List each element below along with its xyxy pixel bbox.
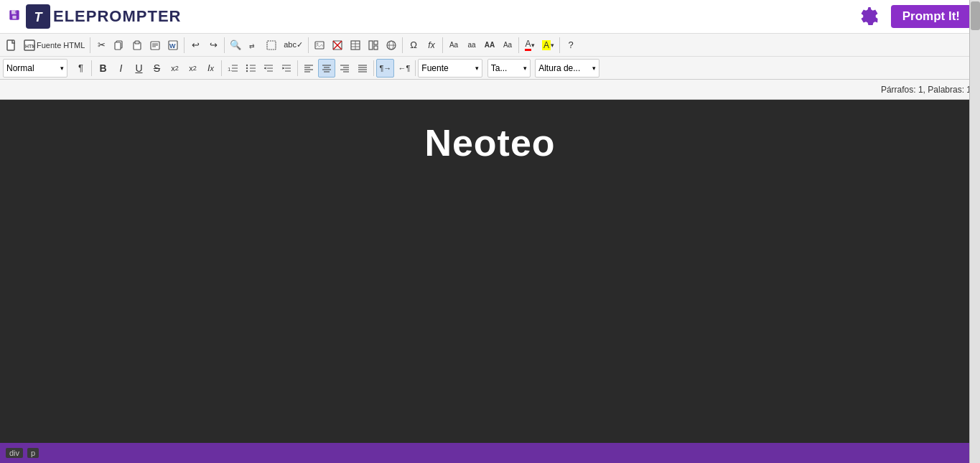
svg-point-22 <box>317 42 319 45</box>
svg-point-42 <box>246 70 248 71</box>
indent-button[interactable] <box>278 59 295 78</box>
header: T ELEPROMPTER Prompt It! <box>0 0 980 34</box>
lineheight-dropdown[interactable]: Altura de... ▾ <box>535 59 599 78</box>
header-right: Prompt It! <box>857 4 971 29</box>
svg-rect-32 <box>374 46 378 50</box>
find-button[interactable]: 🔍 <box>227 36 244 55</box>
brand-logo: T ELEPROMPTER <box>26 4 181 29</box>
svg-rect-31 <box>374 41 378 45</box>
formula-button[interactable]: fx <box>423 36 440 55</box>
selectall-button[interactable] <box>263 36 280 55</box>
lineheight-dropdown-label: Altura de... <box>538 63 580 73</box>
paste-word-button[interactable]: W <box>164 36 182 55</box>
rtl-button[interactable]: ←¶ <box>395 59 413 78</box>
new-doc-button[interactable] <box>3 36 20 55</box>
status-bar: Párrafos: 1, Palabras: 1 <box>0 80 980 100</box>
redo-button[interactable]: ↪ <box>205 36 222 55</box>
justify-button[interactable] <box>354 59 371 78</box>
help-button[interactable]: ? <box>562 36 579 55</box>
iframe-button[interactable] <box>383 36 400 55</box>
sep9 <box>91 60 92 76</box>
editor-area[interactable]: Neoteo <box>0 100 980 444</box>
svg-rect-2 <box>12 16 16 19</box>
sep7 <box>518 37 519 53</box>
italic-button[interactable]: I <box>112 59 129 78</box>
status-text: Párrafos: 1, Palabras: 1 <box>881 85 971 95</box>
align-left-button[interactable] <box>300 59 317 78</box>
special-char-button[interactable]: Ω <box>405 36 422 55</box>
font-dropdown-arrow: ▾ <box>475 65 479 72</box>
outdent-button[interactable] <box>260 59 277 78</box>
ol-button[interactable]: 1. <box>224 59 241 78</box>
brand-name-text: ELEPROMPTER <box>53 7 181 26</box>
layout-button[interactable] <box>365 36 382 55</box>
font-dropdown[interactable]: Fuente ▾ <box>418 59 482 78</box>
font-color-button[interactable]: A▾ <box>521 36 538 55</box>
scrollbar-right[interactable] <box>969 0 980 444</box>
lineheight-dropdown-arrow: ▾ <box>592 65 596 72</box>
undo-button[interactable]: ↩ <box>187 36 204 55</box>
underline-button[interactable]: U <box>130 59 147 78</box>
paragraph-mark-button[interactable]: ¶ <box>72 59 89 78</box>
html-source-button[interactable]: HTML Fuente HTML <box>21 36 88 55</box>
strike-button[interactable]: S <box>148 59 165 78</box>
ul-button[interactable] <box>242 59 259 78</box>
sep4 <box>308 37 309 53</box>
sep1 <box>90 37 90 53</box>
ltr-button[interactable]: ¶→ <box>376 59 394 78</box>
cut-button[interactable]: ✂ <box>93 36 110 55</box>
prompt-it-button[interactable]: Prompt It! <box>891 5 971 28</box>
bg-color-button[interactable]: A▾ <box>539 36 557 55</box>
scrollbar-thumb[interactable] <box>971 1 980 30</box>
sep11 <box>297 60 298 76</box>
html-source-label: Fuente HTML <box>37 41 85 50</box>
svg-text:1.: 1. <box>228 66 233 73</box>
svg-rect-30 <box>369 41 373 50</box>
align-right-button[interactable] <box>336 59 353 78</box>
floppy-disk-icon[interactable] <box>9 9 20 24</box>
image-button[interactable] <box>311 36 328 55</box>
format-dropdown-label: Normal <box>6 63 34 73</box>
sep2 <box>184 37 185 53</box>
bold-button[interactable]: B <box>94 59 111 78</box>
sep8 <box>559 37 560 53</box>
paste-text-button[interactable] <box>146 36 164 55</box>
size-dropdown-arrow: ▾ <box>523 65 527 72</box>
svg-point-40 <box>246 64 248 65</box>
font-case-cap-button[interactable]: Aa <box>499 36 516 55</box>
svg-rect-12 <box>135 41 139 44</box>
sep3 <box>224 37 225 53</box>
sep6 <box>442 37 443 53</box>
copy-button[interactable] <box>111 36 128 55</box>
header-left: T ELEPROMPTER <box>9 4 181 29</box>
align-center-button[interactable] <box>318 59 335 78</box>
font-case1-button[interactable]: Aa <box>445 36 462 55</box>
svg-text:⇄: ⇄ <box>249 42 255 50</box>
paste-button[interactable] <box>129 36 146 55</box>
spellcheck-button[interactable]: abc✓ <box>281 36 306 55</box>
font-case-upper-button[interactable]: AA <box>481 36 498 55</box>
sep10 <box>221 60 222 76</box>
size-dropdown-label: Ta... <box>491 63 508 73</box>
editor-content-text[interactable]: Neoteo <box>424 121 555 164</box>
svg-rect-20 <box>267 41 276 50</box>
settings-icon[interactable] <box>857 4 882 29</box>
brand-t-icon: T <box>26 4 50 29</box>
format-dropdown[interactable]: Normal ▾ <box>3 59 67 78</box>
font-dropdown-label: Fuente <box>421 63 448 73</box>
replace-button[interactable]: ⇄ <box>245 36 262 55</box>
svg-text:HTML: HTML <box>25 44 35 49</box>
svg-text:W: W <box>169 42 176 50</box>
font-case-lower-button[interactable]: aa <box>463 36 480 55</box>
sep12 <box>373 60 374 76</box>
svg-rect-6 <box>7 40 14 50</box>
subscript-button[interactable]: x2 <box>166 59 183 78</box>
superscript-button[interactable]: x2 <box>184 59 201 78</box>
removeformat-button[interactable]: Ix <box>202 59 219 78</box>
size-dropdown[interactable]: Ta... ▾ <box>487 59 531 78</box>
sep13 <box>415 60 416 76</box>
flash-button[interactable] <box>329 36 346 55</box>
svg-rect-10 <box>115 42 121 50</box>
table-button[interactable] <box>347 36 364 55</box>
sep5 <box>402 37 403 53</box>
